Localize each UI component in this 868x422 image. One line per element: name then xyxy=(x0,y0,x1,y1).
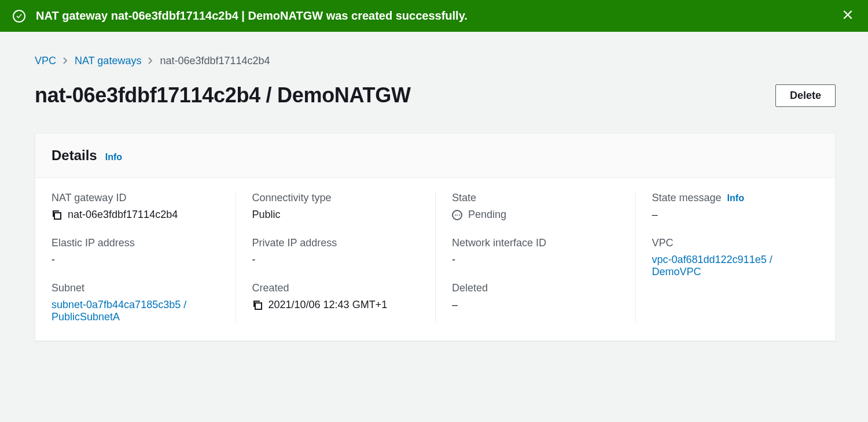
field-network-interface-id: Network interface ID - xyxy=(452,237,619,266)
field-value: - xyxy=(452,254,619,266)
field-label: Created xyxy=(252,282,420,294)
field-label: Private IP address xyxy=(252,237,420,249)
card-title: Details xyxy=(52,147,97,164)
field-value: Public xyxy=(252,209,420,221)
field-value: Pending xyxy=(452,209,619,221)
copy-icon[interactable] xyxy=(52,210,62,220)
breadcrumb-vpc[interactable]: VPC xyxy=(35,55,56,67)
state-message-label: State message xyxy=(652,192,722,204)
breadcrumb-nat-gateways[interactable]: NAT gateways xyxy=(75,55,141,67)
field-value: – xyxy=(452,299,619,311)
vpc-link[interactable]: vpc-0af681dd122c911e5 / DemoVPC xyxy=(652,254,819,278)
field-label: Subnet xyxy=(52,282,219,294)
details-info-link[interactable]: Info xyxy=(105,152,122,162)
field-deleted: Deleted – xyxy=(452,282,619,311)
details-col-4: State message Info – VPC vpc-0af681dd122… xyxy=(635,192,836,323)
field-label: State message Info xyxy=(652,192,819,204)
card-header: Details Info xyxy=(35,134,835,178)
field-label: NAT gateway ID xyxy=(52,192,219,204)
success-message: NAT gateway nat-06e3fdbf17114c2b4 | Demo… xyxy=(36,9,468,23)
check-circle-icon xyxy=(13,10,25,23)
field-label: VPC xyxy=(652,237,819,249)
field-value: 2021/10/06 12:43 GMT+1 xyxy=(252,299,420,311)
success-banner: NAT gateway nat-06e3fdbf17114c2b4 | Demo… xyxy=(0,0,868,32)
field-vpc: VPC vpc-0af681dd122c911e5 / DemoVPC xyxy=(652,237,819,278)
breadcrumb: VPC NAT gateways nat-06e3fdbf17114c2b4 xyxy=(35,55,836,67)
field-state-message: State message Info – xyxy=(652,192,819,221)
field-label: Elastic IP address xyxy=(52,237,219,249)
delete-button[interactable]: Delete xyxy=(775,84,836,107)
subnet-link[interactable]: subnet-0a7fb44ca7185c3b5 / PublicSubnetA xyxy=(52,299,219,323)
state-value: Pending xyxy=(468,209,506,221)
field-value: nat-06e3fdbf17114c2b4 xyxy=(52,209,219,221)
nat-gateway-id-value: nat-06e3fdbf17114c2b4 xyxy=(68,209,178,221)
details-col-3: State Pending Network interface ID - Del… xyxy=(435,192,635,323)
field-state: State Pending xyxy=(452,192,619,221)
svg-rect-3 xyxy=(255,303,262,309)
field-subnet: Subnet subnet-0a7fb44ca7185c3b5 / Public… xyxy=(52,282,219,323)
field-value: - xyxy=(52,254,219,266)
field-label: Network interface ID xyxy=(452,237,619,249)
title-row: nat-06e3fdbf17114c2b4 / DemoNATGW Delete xyxy=(35,83,836,108)
field-nat-gateway-id: NAT gateway ID nat-06e3fdbf17114c2b4 xyxy=(52,192,219,221)
field-label: Deleted xyxy=(452,282,619,294)
details-col-2: Connectivity type Public Private IP addr… xyxy=(236,192,436,323)
field-label: State xyxy=(452,192,619,204)
details-grid: NAT gateway ID nat-06e3fdbf17114c2b4 Ela… xyxy=(35,178,835,340)
pending-icon xyxy=(452,210,462,220)
field-label: Connectivity type xyxy=(252,192,420,204)
field-created: Created 2021/10/06 12:43 GMT+1 xyxy=(252,282,420,311)
chevron-right-icon xyxy=(147,55,154,67)
field-value: – xyxy=(652,209,819,221)
copy-icon[interactable] xyxy=(252,300,263,310)
details-col-1: NAT gateway ID nat-06e3fdbf17114c2b4 Ela… xyxy=(35,192,236,323)
svg-rect-2 xyxy=(54,213,61,219)
close-icon[interactable] xyxy=(843,9,853,23)
field-private-ip: Private IP address - xyxy=(252,237,420,266)
field-elastic-ip: Elastic IP address - xyxy=(52,237,219,266)
state-message-info-link[interactable]: Info xyxy=(727,193,744,203)
breadcrumb-current: nat-06e3fdbf17114c2b4 xyxy=(160,55,270,67)
chevron-right-icon xyxy=(62,55,69,67)
details-card: Details Info NAT gateway ID nat-06e3fdbf… xyxy=(35,133,836,341)
field-connectivity-type: Connectivity type Public xyxy=(252,192,420,221)
field-value: - xyxy=(252,254,420,266)
page-title: nat-06e3fdbf17114c2b4 / DemoNATGW xyxy=(35,83,411,108)
created-value: 2021/10/06 12:43 GMT+1 xyxy=(269,299,388,311)
